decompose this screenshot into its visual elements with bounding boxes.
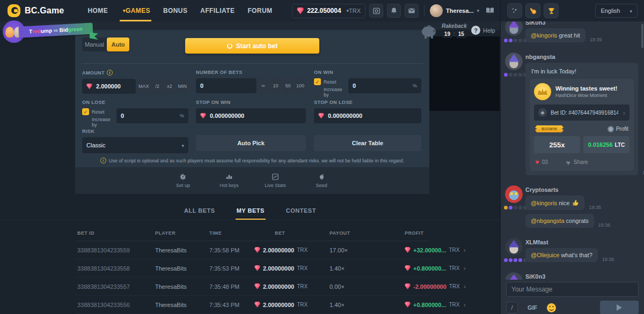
avatar[interactable]	[505, 21, 523, 36]
risk-select[interactable]: Classic	[82, 137, 188, 153]
bets-50-button[interactable]: 50	[282, 78, 294, 93]
nav-link-bonus[interactable]: BONUS	[163, 0, 187, 21]
amount-double-button[interactable]: x2	[164, 79, 175, 94]
table-row[interactable]: 3388381304233558 TheresaBits 7:35:53 PM …	[75, 259, 429, 278]
payout: 17.00×	[330, 247, 405, 253]
user-badges	[504, 39, 527, 42]
user-menu[interactable]: Theresa... ▾	[430, 4, 479, 17]
bets-infinity-button[interactable]: ∞	[258, 78, 269, 93]
mention-link[interactable]: @kingoris	[531, 32, 557, 39]
player: TheresaBits	[155, 302, 209, 308]
chat-bubble: @kingoris great hit	[525, 28, 586, 42]
coin-rain-button[interactable]	[507, 3, 522, 18]
on-lose-reset-checkbox[interactable]: ✓	[82, 108, 89, 115]
chat-username[interactable]: SiK0n3	[525, 21, 639, 26]
on-win-reset-checkbox[interactable]: ✓	[314, 78, 321, 85]
emoji-button[interactable]	[547, 303, 556, 312]
multiplier-value: 255x	[550, 141, 565, 149]
nav-link-games[interactable]: GAMES	[121, 0, 150, 21]
chat-sidebar: English SiK0n3 @kingoris	[500, 0, 644, 314]
mention-link[interactable]: @Oliejuice	[531, 252, 559, 258]
vault-button[interactable]	[369, 4, 383, 18]
setup-button[interactable]: Set up	[172, 173, 194, 188]
avatar[interactable]	[505, 185, 523, 203]
stop-on-lose-input[interactable]: 0.000000000	[314, 108, 421, 123]
stop-on-win-group: STOP ON WIN 0.000000000	[196, 100, 306, 123]
hot-keys-button[interactable]: Hot keys	[218, 173, 240, 188]
notifications-button[interactable]	[387, 4, 401, 18]
send-message-button[interactable]	[600, 301, 639, 314]
help-button[interactable]: ? Help	[471, 26, 495, 35]
avatar[interactable]	[505, 238, 523, 256]
timer-minutes: 19	[442, 30, 452, 38]
table-row[interactable]: 3388381304233559 TheresaBits 7:35:58 PM …	[75, 241, 429, 259]
mention-link[interactable]: @nbgangsta	[531, 218, 565, 224]
tab-my-bets[interactable]: MY BETS	[236, 204, 266, 220]
auto-pick-button[interactable]: Auto Pick	[196, 135, 306, 151]
bell-icon	[390, 7, 398, 14]
on-win-input[interactable]: 0 %	[348, 78, 421, 93]
bets-count-input[interactable]: 0	[196, 78, 257, 93]
rakeback-label: Rakeback	[442, 23, 467, 29]
slash-commands-button[interactable]: /	[506, 302, 518, 313]
mention-link[interactable]: @kingoris	[531, 200, 557, 206]
tab-contest[interactable]: CONTEST	[285, 204, 317, 220]
promo-text: ump	[40, 27, 52, 34]
rakeback-widget[interactable]: Rakeback 19 : 15	[420, 23, 467, 39]
coin-drop-button[interactable]	[525, 3, 540, 18]
on-lose-input[interactable]: 0 %	[116, 108, 188, 123]
live-stats-icon	[272, 173, 279, 181]
percent-suffix: %	[180, 113, 184, 118]
messages-button[interactable]	[405, 4, 419, 18]
amount-input[interactable]: 2.000000	[82, 79, 136, 94]
chevron-right-icon[interactable]	[463, 264, 465, 272]
language-selector[interactable]: English	[595, 4, 638, 18]
nav-link-forum[interactable]: FORUM	[247, 0, 272, 21]
chat-username[interactable]: XLMfast	[525, 239, 639, 245]
amount-half-button[interactable]: /2	[152, 79, 163, 94]
logo[interactable]: BC.Game	[8, 4, 64, 17]
nav-link-affiliate[interactable]: AFFILIATE	[200, 0, 235, 21]
like-button[interactable]: 03	[535, 158, 548, 166]
clear-table-button[interactable]: Clear Table	[314, 135, 421, 151]
chat-message-input[interactable]	[506, 282, 639, 297]
avatar[interactable]	[505, 272, 523, 280]
bet-id-link[interactable]: ◆ Bet ID: #4076447949916814	[534, 104, 630, 121]
balance-selector[interactable]: 222.050004 TRX	[292, 4, 365, 18]
stop-on-win-input[interactable]: 0.000000000	[196, 108, 306, 123]
info-icon[interactable]: i	[107, 70, 113, 76]
tab-auto[interactable]: Auto	[107, 38, 129, 51]
start-auto-bet-button[interactable]: Start auto bet	[185, 38, 319, 54]
balance-currency[interactable]: TRX	[345, 8, 361, 14]
table-row[interactable]: 3388381304233556 TheresaBits 7:35:43 PM …	[75, 296, 429, 314]
gif-button[interactable]: GIF	[528, 304, 537, 311]
chevron-right-icon[interactable]	[464, 282, 466, 290]
promo-banner[interactable]: TredumpvsBidgreen	[3, 19, 99, 43]
chevron-right-icon[interactable]	[463, 301, 465, 309]
amount-min-button[interactable]: MIN	[177, 79, 189, 94]
tab-all-bets[interactable]: ALL BETS	[183, 204, 216, 220]
contest-button[interactable]	[544, 3, 559, 18]
player: TheresaBits	[155, 283, 209, 290]
profit-currency: TRX	[449, 247, 459, 253]
promo-text: Bid	[59, 27, 68, 33]
player: TheresaBits	[155, 265, 209, 272]
nav-link-home[interactable]: HOME	[87, 0, 108, 21]
avatar[interactable]	[505, 53, 523, 70]
live-stats-button[interactable]: Live Stats	[265, 173, 286, 188]
table-row[interactable]: 3388381304233557 TheresaBits 7:35:48 PM …	[75, 278, 429, 296]
share-button[interactable]: Share	[564, 159, 588, 166]
amount-max-button[interactable]: MAX	[137, 79, 151, 94]
chat-toggle-button[interactable]	[483, 4, 497, 18]
on-lose-label: ON LOSE	[82, 100, 105, 105]
chat-username[interactable]: SiK0n3	[525, 273, 639, 280]
chevron-right-icon[interactable]	[463, 246, 465, 254]
promo-text-green: green	[68, 26, 83, 32]
my-bets-table: BET ID PLAYER TIME BET PAYOUT PROFIT 338…	[75, 225, 429, 314]
seed-button[interactable]: Seed	[311, 173, 332, 188]
chat-username[interactable]: nbgangsta	[525, 54, 639, 60]
user-badges	[504, 206, 527, 210]
chat-username[interactable]: Cryptosarts	[525, 186, 639, 193]
bets-10-button[interactable]: 10	[270, 78, 281, 93]
bets-100-button[interactable]: 100	[295, 78, 306, 93]
